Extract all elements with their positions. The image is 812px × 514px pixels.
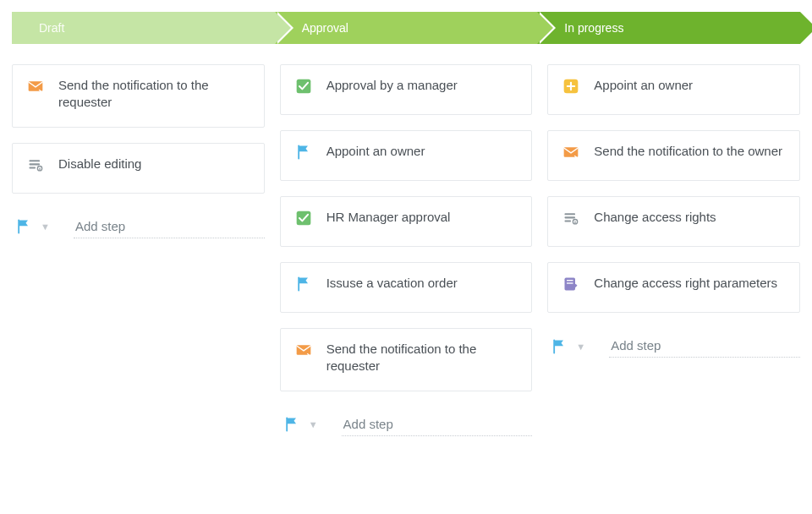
check-icon — [294, 77, 313, 96]
stage-approval[interactable]: Approval — [275, 12, 538, 44]
column-in-progress: Appoint an owner Send the notification t… — [547, 64, 800, 436]
mail-icon — [26, 77, 45, 96]
mail-icon — [294, 341, 313, 359]
step-card[interactable]: HR Manager approval — [280, 196, 533, 247]
chevron-down-icon[interactable]: ▼ — [307, 419, 320, 429]
step-card[interactable]: Disable editing — [12, 143, 265, 194]
step-label: Send the notification to the requester — [326, 341, 518, 375]
step-card[interactable]: Issuse a vacation order — [280, 262, 533, 313]
step-card[interactable]: Send the notification to the requester — [280, 328, 533, 391]
flag-icon — [294, 143, 313, 161]
check-icon — [294, 209, 313, 227]
chevron-down-icon[interactable]: ▼ — [39, 221, 52, 232]
lock-list-icon — [562, 209, 580, 227]
step-label: HR Manager approval — [326, 209, 451, 226]
add-step-row: ▼ — [12, 212, 265, 238]
stage-draft[interactable]: Draft — [12, 12, 275, 44]
flag-icon[interactable] — [283, 416, 300, 433]
chevron-right-icon — [275, 12, 291, 44]
flag-icon[interactable] — [551, 338, 568, 355]
chevron-down-icon[interactable]: ▼ — [574, 342, 587, 352]
stage-in-progress[interactable]: In progress — [537, 12, 800, 44]
add-step-row: ▼ — [280, 410, 533, 436]
step-card[interactable]: Approval by a manager — [280, 64, 533, 115]
step-card[interactable]: Change access right parameters — [547, 262, 800, 313]
flag-icon — [294, 275, 313, 293]
stage-bar: Draft Approval In progress — [12, 12, 800, 44]
step-label: Change access right parameters — [594, 275, 777, 292]
plus-icon — [562, 77, 580, 96]
stage-label: In progress — [564, 21, 623, 35]
step-card[interactable]: Change access rights — [547, 196, 800, 247]
lock-list-icon — [26, 156, 45, 174]
step-label: Approval by a manager — [326, 77, 458, 94]
step-label: Send the notification to the requester — [58, 77, 250, 112]
column-approval: Approval by a manager Appoint an owner H… — [280, 64, 533, 436]
columns: Send the notification to the requester D… — [12, 64, 800, 436]
step-label: Change access rights — [594, 209, 716, 226]
add-step-input[interactable] — [342, 413, 533, 436]
step-label: Appoint an owner — [326, 143, 425, 160]
flag-icon[interactable] — [15, 218, 32, 235]
add-step-input[interactable] — [609, 335, 800, 358]
chevron-right-icon — [800, 12, 812, 44]
step-card[interactable]: Appoint an owner — [280, 130, 533, 181]
add-step-input[interactable] — [74, 216, 265, 238]
stage-label: Approval — [302, 21, 348, 35]
step-label: Send the notification to the owner — [594, 143, 782, 160]
step-card[interactable]: Appoint an owner — [547, 64, 800, 115]
edit-icon — [562, 275, 580, 293]
step-card[interactable]: Send the notification to the requester — [12, 64, 265, 128]
column-draft: Send the notification to the requester D… — [12, 64, 265, 436]
step-label: Issuse a vacation order — [326, 275, 458, 292]
mail-icon — [562, 143, 580, 161]
add-step-row: ▼ — [547, 331, 800, 358]
step-card[interactable]: Send the notification to the owner — [547, 130, 800, 181]
stage-label: Draft — [39, 21, 64, 35]
chevron-right-icon — [537, 12, 553, 44]
step-label: Appoint an owner — [594, 77, 693, 94]
step-label: Disable editing — [58, 156, 141, 172]
